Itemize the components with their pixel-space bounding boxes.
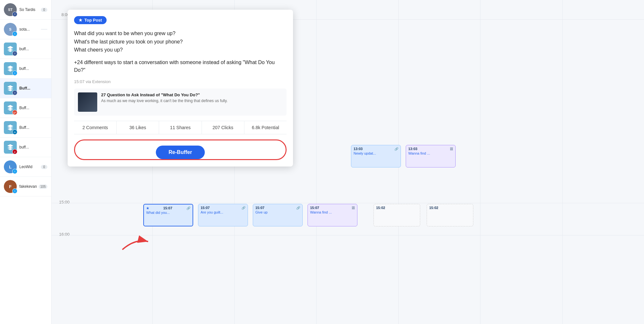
star-icon: ★ (146, 206, 149, 210)
avatar-buff5: in (4, 121, 17, 134)
card-15-07-areyou[interactable]: 15:07 🔗 Are you guilt... (198, 204, 248, 226)
row-line-1500 (52, 203, 644, 203)
plus-text: +24 different ways to start a conversati… (74, 59, 287, 74)
content-line2: What's the last picture you took on your… (74, 38, 287, 46)
stat-likes-label: 36 Likes (129, 125, 146, 130)
card-text: Newly updat... (354, 151, 398, 155)
sidebar-name-fakekevan: fakekevan (19, 184, 39, 189)
time-text: 15:07 (310, 206, 319, 210)
card-time: 15:07 🔗 (201, 206, 245, 210)
card-15-07-whatdid[interactable]: ★ 15:07 🔗 What did you... (143, 204, 193, 226)
link-icon: 🔗 (296, 206, 300, 210)
rebuffer-button[interactable]: Re-Buffer (156, 146, 205, 159)
avatar-sotardis: ST f (4, 3, 17, 16)
card-15-02-dashed1[interactable]: 15:02 (374, 204, 420, 226)
col-7 (563, 0, 644, 324)
sidebar-name-buff1: buff... (19, 47, 47, 51)
sidebar-item-buff4[interactable]: g+ Buff... (0, 98, 51, 118)
time-label-1600: 16:00 (53, 232, 72, 237)
sidebar-item-buff3[interactable]: f Buff... (0, 79, 51, 98)
sidebar: ST f So Tardis 0 S t sota... f buff... (0, 0, 52, 324)
tw-badge2: t (12, 71, 17, 76)
stat-comments-label: 2 Comments (82, 125, 108, 130)
stat-shares-label: 11 Shares (170, 125, 191, 130)
img-icon: 🖼 (352, 206, 355, 210)
sidebar-item-fakekevan[interactable]: F t fakekevan 105 (0, 177, 51, 196)
avatar-buff4: g+ (4, 101, 17, 114)
stat-likes: 36 Likes (117, 121, 159, 134)
star-icon: ★ (79, 18, 82, 23)
time-text: 15:07 (255, 206, 264, 210)
sidebar-item-buff5[interactable]: in Buff... (0, 118, 51, 138)
content-line1: What did you want to be when you grew up… (74, 29, 287, 38)
calendar-main: 8:00 15:00 16:00 13:03 🔗 Newly updat... … (52, 0, 644, 324)
sidebar-name-buff3: Buff... (19, 86, 47, 91)
sidebar-name-buff2: buff... (19, 66, 47, 71)
stat-comments: 2 Comments (74, 121, 117, 134)
sidebar-item-buff6[interactable]: p buff... (0, 138, 51, 157)
avatar-buff6: p (4, 141, 17, 154)
sidebar-count-sotardis: 0 (41, 8, 47, 12)
sidebar-item-sota[interactable]: S t sota... (0, 20, 51, 39)
link-icon: 🔗 (242, 206, 245, 210)
time-text: 15:07 (201, 206, 210, 210)
time-text: 13:03 (354, 147, 363, 151)
sidebar-item-buff1[interactable]: f buff... (0, 39, 51, 59)
time-text: 15:02 (376, 206, 385, 210)
content-line3: What cheers you up? (74, 46, 287, 54)
card-13-03-newly[interactable]: 13:03 🔗 Newly updat... (351, 145, 401, 167)
time-text: 13:03 (408, 147, 417, 151)
sidebar-item-leowid[interactable]: L t LeoWid 0 (0, 157, 51, 177)
sidebar-name-buff5: Buff... (19, 125, 47, 130)
card-text: Wanna find ... (408, 151, 453, 155)
card-text: What did you... (146, 211, 190, 214)
tooltip-content: What did you want to be when you grew up… (74, 29, 287, 74)
card-time: 15:07 🔗 (255, 206, 300, 210)
time-text: 15:07 (163, 206, 172, 210)
time-text: 15:02 (429, 206, 438, 210)
card-text: Are you guilt... (201, 210, 245, 214)
stats-bar: 2 Comments 36 Likes 11 Shares 207 Clicks… (74, 121, 287, 134)
badge-label: Top Post (84, 18, 102, 23)
card-15-07-giveup[interactable]: 15:07 🔗 Give up (253, 204, 303, 226)
sidebar-item-buff2[interactable]: t buff... (0, 59, 51, 79)
top-post-badge: ★ Top Post (74, 16, 107, 24)
preview-desc: As much as we may love working, it can't… (101, 99, 228, 103)
sidebar-item-sotardis[interactable]: ST f So Tardis 0 (0, 0, 51, 20)
card-time: 15:02 (376, 206, 418, 210)
link-icon: 🔗 (394, 147, 398, 151)
preview-title: 27 Question to Ask Instead of "What Do Y… (101, 92, 228, 97)
rebuffer-wrapper: Re-Buffer (74, 139, 287, 160)
sidebar-name-sotardis: So Tardis (19, 7, 41, 12)
stat-potential-label: 6.8k Potential (252, 125, 279, 130)
card-time: ★ 15:07 🔗 (146, 206, 190, 210)
tooltip-popup: ★ Top Post What did you want to be when … (68, 10, 293, 167)
tw-badge: t (12, 31, 17, 36)
sidebar-count-leowid: 0 (41, 165, 47, 169)
fb-badge: f (12, 12, 17, 17)
time-label-1500: 15:00 (53, 200, 72, 205)
card-15-07-wannafind[interactable]: 15:07 🖼 Wanna find ... (308, 204, 357, 226)
preview-text: 27 Question to Ask Instead of "What Do Y… (101, 92, 228, 103)
avatar-buff2: t (4, 62, 17, 75)
stat-potential: 6.8k Potential (244, 121, 287, 134)
sidebar-name-buff4: Buff... (19, 106, 47, 110)
card-text: Wanna find ... (310, 210, 355, 214)
avatar-fakekevan: F t (4, 180, 17, 193)
card-time: 13:03 🔗 (354, 147, 398, 151)
pi-badge: p (12, 149, 17, 154)
card-text: Give up (255, 210, 300, 214)
tw-badge3: t (12, 169, 17, 174)
link-icon: 🔗 (186, 206, 190, 210)
sidebar-name-buff6: buff... (19, 145, 47, 149)
tooltip-time: 15:07 via Extension (74, 79, 287, 84)
col-6 (480, 0, 562, 324)
img-icon: 🖼 (450, 147, 453, 151)
card-13-03-wanna[interactable]: 13:03 🖼 Wanna find ... (406, 145, 456, 167)
card-15-02-dashed2[interactable]: 15:02 (427, 204, 473, 226)
preview-thumbnail (78, 92, 97, 112)
tooltip-preview: 27 Question to Ask Instead of "What Do Y… (74, 89, 287, 116)
avatar-sota: S t (4, 23, 17, 36)
tw-badge4: t (12, 188, 17, 194)
sidebar-name-leowid: LeoWid (19, 165, 41, 169)
